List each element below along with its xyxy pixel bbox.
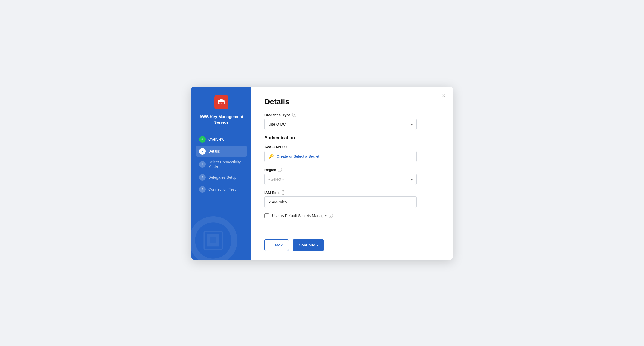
back-button-label: Back	[274, 243, 283, 247]
default-secrets-label: Use as Default Secrets Manager i	[272, 214, 333, 218]
sidebar-bg-decoration	[191, 213, 240, 260]
sidebar: AWS Key Management Service ✓ Overview 2 …	[191, 86, 251, 260]
credential-type-group: Credential Type i Use OIDC AWS Access Ke…	[264, 113, 439, 130]
continue-button[interactable]: Continue ›	[293, 239, 324, 251]
close-button[interactable]: ×	[440, 91, 448, 100]
form-section: Credential Type i Use OIDC AWS Access Ke…	[264, 113, 439, 233]
step-badge-details: 2	[199, 148, 206, 155]
default-secrets-row: Use as Default Secrets Manager i	[264, 213, 439, 218]
aws-arn-label: AWS ARN i	[264, 145, 439, 149]
credential-type-info-icon: i	[292, 113, 296, 117]
sidebar-step-label-details: Details	[208, 149, 220, 153]
step-badge-connectivity: 3	[199, 161, 206, 168]
iam-role-info-icon: i	[281, 190, 285, 195]
step-number-delegates: 4	[202, 176, 203, 179]
aws-arn-secret-text: Create or Select a Secret	[277, 154, 319, 159]
main-content: × Details Credential Type i Use OIDC AWS…	[251, 86, 453, 260]
authentication-subtitle: Authentication	[264, 135, 439, 140]
step-number-details: 2	[202, 149, 203, 153]
default-secrets-info-icon: i	[329, 214, 333, 218]
sidebar-step-label-connectivity: Select Connectivity Mode	[208, 160, 244, 169]
svg-point-5	[223, 103, 224, 104]
modal-container: AWS Key Management Service ✓ Overview 2 …	[191, 86, 453, 260]
sidebar-item-delegates[interactable]: 4 Delegates Setup	[196, 172, 247, 183]
sidebar-step-label-overview: Overview	[208, 137, 224, 141]
key-icon: 🔑	[268, 154, 274, 159]
sidebar-step-label-delegates: Delegates Setup	[208, 175, 237, 180]
step-number-connection-test: 5	[202, 188, 203, 191]
aws-arn-group: AWS ARN i 🔑 Create or Select a Secret	[264, 145, 439, 162]
sidebar-title: AWS Key Management Service	[191, 114, 251, 125]
sidebar-item-connectivity[interactable]: 3 Select Connectivity Mode	[196, 158, 247, 171]
continue-chevron-icon: ›	[317, 243, 318, 247]
credential-type-label: Credential Type i	[264, 113, 439, 117]
iam-role-group: IAM Role i	[264, 190, 439, 208]
sidebar-step-label-connection-test: Connection Test	[208, 187, 236, 191]
aws-arn-secret-field[interactable]: 🔑 Create or Select a Secret	[264, 151, 417, 162]
step-badge-delegates: 4	[199, 174, 206, 181]
region-info-icon: i	[278, 168, 282, 172]
page-title: Details	[264, 97, 439, 106]
region-select-wrapper: - Select - us-east-1 us-east-2 us-west-1…	[264, 174, 417, 185]
region-select[interactable]: - Select - us-east-1 us-east-2 us-west-1…	[264, 174, 417, 185]
svg-rect-9	[209, 236, 218, 245]
svg-point-3	[219, 103, 220, 104]
sidebar-steps: ✓ Overview 2 Details 3 Select Connectivi…	[191, 134, 251, 195]
sidebar-item-connection-test[interactable]: 5 Connection Test	[196, 184, 247, 195]
step-badge-connection-test: 5	[199, 186, 206, 193]
back-button[interactable]: ‹ Back	[264, 239, 289, 251]
iam-role-input[interactable]	[264, 196, 417, 208]
region-group: Region i - Select - us-east-1 us-east-2 …	[264, 168, 439, 185]
back-chevron-icon: ‹	[271, 243, 272, 247]
check-icon: ✓	[201, 137, 204, 141]
default-secrets-checkbox[interactable]	[264, 213, 269, 218]
app-logo	[214, 95, 228, 109]
continue-button-label: Continue	[299, 243, 315, 247]
step-badge-overview: ✓	[199, 136, 206, 143]
aws-arn-info-icon: i	[282, 145, 287, 149]
sidebar-item-overview[interactable]: ✓ Overview	[196, 134, 247, 145]
region-label: Region i	[264, 168, 439, 172]
sidebar-item-details[interactable]: 2 Details	[196, 146, 247, 157]
credential-type-select-wrapper: Use OIDC AWS Access Key IAM Role ▾	[264, 119, 417, 130]
credential-type-select[interactable]: Use OIDC AWS Access Key IAM Role	[264, 119, 417, 130]
footer-actions: ‹ Back Continue ›	[264, 233, 439, 251]
step-number-connectivity: 3	[202, 163, 203, 166]
svg-point-4	[221, 103, 222, 104]
iam-role-label: IAM Role i	[264, 190, 439, 195]
